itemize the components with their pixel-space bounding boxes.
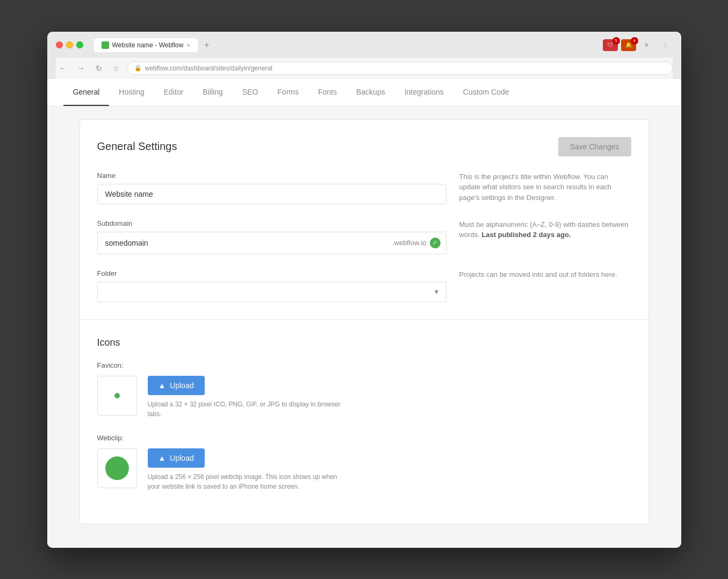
tab-seo[interactable]: SEO <box>233 79 268 106</box>
card-header: General Settings Save Changes <box>97 137 631 156</box>
folder-form-group: Folder ▼ <box>97 269 446 302</box>
folder-select[interactable] <box>97 282 446 302</box>
subdomain-valid-icon: ✓ <box>430 238 441 248</box>
subdomain-form-row: Subdomain .webflow.io ✓ Must be alphanum… <box>97 219 631 254</box>
upload-icon: ▲ <box>158 454 166 462</box>
lock-icon: 🔒 <box>134 65 142 72</box>
bookmark-button[interactable]: ☆ <box>110 62 123 75</box>
webclip-upload-button[interactable]: ▲ Upload <box>148 448 205 468</box>
favicon-upload-row: ▲ Upload Upload a 32 × 32 pixel ICO, PNG… <box>97 376 631 419</box>
subdomain-suffix: .webflow.io ✓ <box>387 232 446 254</box>
subdomain-form-group: Subdomain .webflow.io ✓ <box>97 219 446 254</box>
name-form-group: Name <box>97 171 446 204</box>
site-nav: General Hosting Editor Billing SEO Forms… <box>47 79 681 106</box>
back-button[interactable]: ← <box>56 62 70 75</box>
menu-icon[interactable]: ≡ <box>639 39 654 51</box>
name-hint: This is the project's title within Webfl… <box>459 171 631 204</box>
webclip-label: Webclip: <box>97 434 631 442</box>
browser-tab-active[interactable]: Website name - Webflow × <box>94 38 198 52</box>
webclip-upload-area: ▲ Upload Upload a 256 × 256 pixel webcli… <box>148 448 341 491</box>
close-button[interactable] <box>56 41 63 48</box>
webclip-section: Webclip: ▲ Upload Upload a 256 × 256 pi <box>97 434 631 491</box>
minimize-button[interactable] <box>66 41 73 48</box>
tab-forms[interactable]: Forms <box>268 79 308 106</box>
section-divider <box>80 319 648 320</box>
main-content: General Settings Save Changes Name This … <box>63 106 665 548</box>
maximize-button[interactable] <box>76 41 83 48</box>
name-input[interactable] <box>97 184 446 204</box>
tab-favicon-icon <box>102 41 109 49</box>
address-bar[interactable]: 🔒 webflow.com/dashboard/sites/dailyin/ge… <box>127 62 673 75</box>
save-changes-button[interactable]: Save Changes <box>558 137 631 156</box>
page-title: General Settings <box>97 140 177 153</box>
subdomain-hint: Must be alphanumeric (A–Z, 0-9) with das… <box>459 219 631 254</box>
favicon-section: Favicon: ▲ Upload Upload a 32 × 32 pixe <box>97 361 631 419</box>
webclip-hint: Upload a 256 × 256 pixel webclip image. … <box>148 472 341 491</box>
browser-toolbar-right: 🛡 5 🔔 4 ≡ ⋮ <box>603 39 673 51</box>
address-url: webflow.com/dashboard/sites/dailyin/gene… <box>145 65 272 72</box>
forward-button[interactable]: → <box>74 62 88 75</box>
subdomain-input[interactable] <box>98 233 387 253</box>
page-content: General Hosting Editor Billing SEO Forms… <box>47 79 681 548</box>
tab-custom-code[interactable]: Custom Code <box>453 79 519 106</box>
traffic-lights <box>56 41 83 48</box>
new-tab-button[interactable]: + <box>200 38 213 52</box>
tab-close-icon[interactable]: × <box>186 42 190 48</box>
shield-icon[interactable]: 🛡 5 <box>603 39 618 51</box>
folder-label: Folder <box>97 269 446 277</box>
favicon-preview <box>97 376 137 416</box>
favicon-upload-area: ▲ Upload Upload a 32 × 32 pixel ICO, PNG… <box>148 376 341 419</box>
tab-integrations[interactable]: Integrations <box>395 79 453 106</box>
folder-hint: Projects can be moved into and out of fo… <box>459 269 631 302</box>
folder-select-wrapper: ▼ <box>97 282 446 302</box>
upload-icon: ▲ <box>158 381 166 390</box>
refresh-button[interactable]: ↻ <box>92 62 105 75</box>
webclip-preview <box>97 448 137 488</box>
subdomain-wrapper: .webflow.io ✓ <box>97 232 446 254</box>
tab-bar: Website name - Webflow × + <box>94 38 592 52</box>
tab-hosting[interactable]: Hosting <box>109 79 154 106</box>
tab-editor[interactable]: Editor <box>154 79 193 106</box>
favicon-label: Favicon: <box>97 361 631 369</box>
tab-fonts[interactable]: Fonts <box>308 79 347 106</box>
name-label: Name <box>97 171 446 180</box>
tab-backups[interactable]: Backups <box>347 79 395 106</box>
favicon-upload-button[interactable]: ▲ Upload <box>148 376 205 395</box>
webclip-dot <box>105 456 129 480</box>
icons-section: Icons Favicon: ▲ Upload <box>97 337 631 491</box>
favicon-dot <box>114 393 120 398</box>
more-options-icon[interactable]: ⋮ <box>658 39 673 51</box>
name-form-row: Name This is the project's title within … <box>97 171 631 204</box>
general-settings-card: General Settings Save Changes Name This … <box>80 119 649 524</box>
tab-title: Website name - Webflow <box>112 41 184 49</box>
notification-icon[interactable]: 🔔 4 <box>621 39 636 51</box>
favicon-hint: Upload a 32 × 32 pixel ICO, PNG, GIF, or… <box>148 399 341 419</box>
webclip-upload-row: ▲ Upload Upload a 256 × 256 pixel webcli… <box>97 448 631 491</box>
browser-nav-row: ← → ↻ ☆ 🔒 webflow.com/dashboard/sites/da… <box>56 58 673 79</box>
browser-titlebar: Website name - Webflow × + 🛡 5 🔔 4 ≡ ⋮ ← <box>47 32 681 79</box>
tab-general[interactable]: General <box>63 79 110 106</box>
browser-window: Website name - Webflow × + 🛡 5 🔔 4 ≡ ⋮ ← <box>47 32 681 548</box>
folder-form-row: Folder ▼ Projects can be moved into and … <box>97 269 631 302</box>
tab-billing[interactable]: Billing <box>193 79 232 106</box>
subdomain-label: Subdomain <box>97 219 446 227</box>
icons-title: Icons <box>97 337 631 348</box>
